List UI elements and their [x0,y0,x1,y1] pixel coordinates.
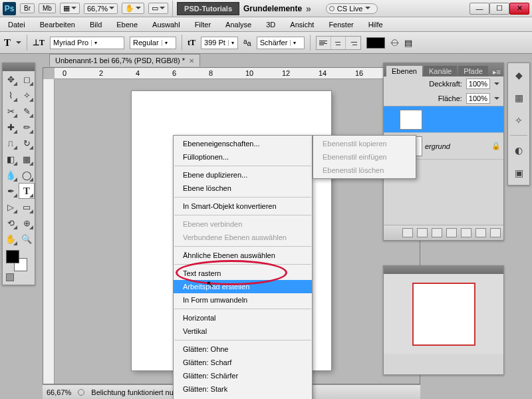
screen-mode-select[interactable]: ▦ [60,3,80,14]
eraser-tool[interactable]: ◧ [3,151,19,167]
dodge-tool[interactable]: ◯ [19,167,35,183]
ctx-item[interactable]: Horizontal [174,311,312,325]
menu-hilfe[interactable]: Hilfe [366,19,386,30]
status-info-icon[interactable] [78,389,84,396]
ctx-item[interactable]: Glätten: Ohne [174,342,312,356]
align-center-button[interactable] [331,37,346,49]
adjust-panel-icon[interactable]: ◐ [511,142,527,158]
adjust-icon[interactable] [446,228,457,237]
align-left-button[interactable] [317,37,331,49]
ruler-horizontal[interactable]: 0246810121416 [55,68,408,79]
align-right-button[interactable] [346,37,360,49]
text-color-swatch[interactable] [366,37,385,49]
ctx-item[interactable]: Glätten: Abrunden [174,396,312,399]
document-tab[interactable]: Unbenannt-1 bei 66,7% (PSD, RGB/8) *✕ [49,54,200,66]
close-button[interactable]: ✕ [509,3,529,15]
ctx-item[interactable]: Text rastern [174,267,312,280]
menu-auswahl[interactable]: Auswahl [150,19,183,30]
menu-fenster[interactable]: Fenster [326,19,356,30]
panel-menu-icon[interactable]: ▸≡ [493,68,501,76]
menu-bild[interactable]: Bild [87,19,104,30]
fill-field[interactable]: 100% [466,93,490,104]
close-tab-icon[interactable]: ✕ [189,57,194,65]
menu-ansicht[interactable]: Ansicht [287,19,317,30]
healing-tool[interactable]: ✚ [3,119,19,135]
ctx-item[interactable]: Ebene duplizieren... [174,168,312,182]
ctx-item[interactable]: Glätten: Scharf [174,356,312,369]
delete-layer-icon[interactable] [490,228,501,237]
blur-tool[interactable]: 💧 [3,167,19,183]
layer-name[interactable]: ergrund [425,142,450,150]
workspace-name[interactable]: Grundelemente [243,4,302,13]
menu-bearbeiten[interactable]: Bearbeiten [37,19,78,30]
zoom-tool[interactable]: 🔍 [19,231,35,247]
history-brush-tool[interactable]: ↻ [19,135,35,151]
path-select-tool[interactable]: ▷ [3,199,19,215]
ctx-item[interactable]: Ebeneneigenschaften... [174,137,312,150]
arrange-docs-btn[interactable]: ▭ [148,3,168,14]
layer-row-text[interactable] [384,106,503,133]
navigator-thumb[interactable] [412,283,475,346]
ctx-item[interactable]: Fülloptionen... [174,150,312,164]
new-layer-icon[interactable] [475,228,486,237]
antialias-field[interactable]: Schärfer▾ [257,37,305,49]
char-panel-icon[interactable]: ▤ [404,38,412,48]
pen-tool[interactable]: ✒ [3,183,19,199]
type-tool[interactable]: T [19,183,35,199]
masks-panel-icon[interactable]: ▣ [511,165,527,181]
tab-layers[interactable]: Ebenen [386,66,422,76]
ctx-item[interactable]: Ähnliche Ebenen auswählen [174,249,312,262]
tool-preset-dropdown[interactable] [16,41,21,47]
marquee-tool[interactable]: ◻ [19,71,35,87]
hand-tool-btn[interactable]: ✋ [122,3,144,14]
styles-panel-icon[interactable]: ✧ [511,112,527,128]
shape-tool[interactable]: ▭ [19,199,35,215]
fill-slider-icon[interactable] [494,97,499,102]
brush-tool[interactable]: ✏ [19,119,35,135]
maximize-button[interactable]: ☐ [489,3,509,15]
link-layers-icon[interactable] [402,228,413,237]
font-size-field[interactable]: 399 Pt▾ [201,37,238,49]
hand-tool[interactable]: ✋ [3,231,19,247]
font-style-field[interactable]: Regular▾ [130,37,176,49]
menu-datei[interactable]: Datei [5,19,28,30]
menu-ebene[interactable]: Ebene [114,19,140,30]
font-family-field[interactable]: Myriad Pro▾ [50,37,124,49]
orientation-icon[interactable]: ⊥T [33,38,45,48]
warp-text-icon[interactable]: ⦵ [390,37,399,49]
mask-icon[interactable] [432,228,442,237]
color-picker[interactable] [6,250,27,271]
move-tool[interactable]: ✥ [3,71,19,87]
workspace-more-icon[interactable]: » [306,3,311,14]
eyedropper-tool[interactable]: ✎ [19,103,35,119]
menu-analyse[interactable]: Analyse [223,19,254,30]
ctx-item[interactable]: Vertikal [174,325,312,338]
3d-camera-tool[interactable]: ⊕ [19,215,35,231]
color-panel-icon[interactable]: ◆ [511,67,527,83]
menu-filter[interactable]: Filter [192,19,213,30]
menu-3d[interactable]: 3D [263,19,278,30]
cs-live-button[interactable]: CS Live [326,3,378,14]
tab-paths[interactable]: Pfade [458,66,488,76]
stamp-tool[interactable]: ⎍ [3,135,19,151]
fx-icon[interactable] [417,228,428,237]
gradient-tool[interactable]: ▦ [19,151,35,167]
3d-tool[interactable]: ⟲ [3,215,19,231]
ctx-item[interactable]: Ebene löschen [174,182,312,195]
tab-channels[interactable]: Kanäle [424,66,457,76]
opacity-field[interactable]: 100% [466,78,490,89]
ctx-item[interactable]: Glätten: Stark [174,382,312,396]
ruler-vertical[interactable] [43,79,55,384]
ctx-item[interactable]: In Smart-Objekt konvertieren [174,200,312,213]
ctx-item[interactable]: Arbeitspfad erstellen [174,280,312,293]
swatches-panel-icon[interactable]: ▦ [511,90,527,106]
wand-tool[interactable]: ✧ [19,87,35,103]
opacity-slider-icon[interactable] [494,82,499,88]
group-icon[interactable] [461,228,471,237]
ctx-item[interactable]: Glätten: Schärfer [174,369,312,382]
bridge-chip[interactable]: Br [20,3,35,13]
ctx-item[interactable]: In Form umwandeln [174,293,312,307]
tab-psd-tutorials[interactable]: PSD-Tutorials [177,2,239,15]
status-zoom[interactable]: 66,67% [47,388,71,396]
minimize-button[interactable]: — [469,3,489,15]
